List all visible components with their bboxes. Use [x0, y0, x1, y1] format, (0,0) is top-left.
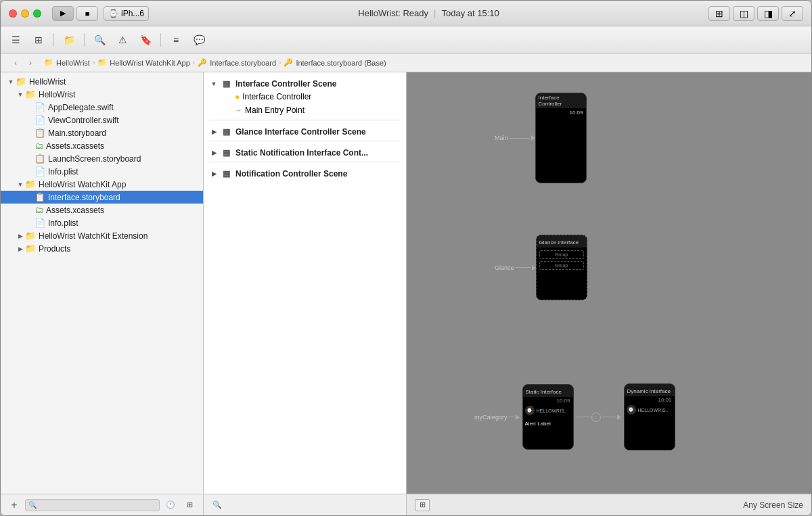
maximize-button[interactable]	[33, 9, 41, 18]
outline-divider-2	[209, 141, 401, 141]
controller-icon: ●	[235, 92, 240, 101]
outline-item-label: Main Entry Point	[245, 105, 304, 115]
notif-app-icon-text: ⌚	[526, 408, 533, 413]
connector-line	[509, 417, 514, 417]
outline-section-notif-controller-scene[interactable]: ▶ ▦ Notification Controller Scene	[204, 165, 406, 180]
sidebar-item-viewcontroller[interactable]: 📄 ViewController.swift	[1, 114, 203, 126]
outline-item-main-entry-point[interactable]: → Main Entry Point	[204, 103, 406, 117]
sidebar-item-hellowrist-root[interactable]: ▼ 📁 HelloWrist	[1, 75, 203, 88]
run-button[interactable]: ▶	[52, 6, 74, 21]
bookmark-icon[interactable]: 🔖	[136, 32, 155, 48]
sidebar-item-assets[interactable]: 🗂 Assets.xcassets	[1, 139, 203, 152]
breadcrumb-item-2[interactable]: 🔑 Interface.storyboard	[198, 58, 276, 67]
outline-footer: 🔍	[204, 494, 406, 515]
close-button[interactable]	[9, 9, 17, 18]
sidebar-item-info-plist[interactable]: 📄 Info.plist	[1, 165, 203, 178]
disclosure-icon	[25, 193, 35, 202]
outline-item-label: Interface Controller	[242, 92, 311, 101]
outline-item-interface-controller[interactable]: ● Interface Controller	[204, 90, 406, 103]
sidebar-item-products[interactable]: ▶ 📁 Products	[1, 242, 203, 255]
storyboard-icon: 📋	[35, 192, 45, 202]
arrow-head	[516, 415, 520, 420]
breadcrumb-item-1[interactable]: 📁 HelloWrist WatchKit App	[97, 58, 190, 67]
folder-icon[interactable]: 📁	[60, 32, 78, 48]
watch-card-glance[interactable]: Glance Interface Group Group	[536, 235, 587, 300]
run-controls: ▶ ■	[52, 6, 98, 21]
canvas-zoom-button[interactable]: ⊞	[415, 499, 430, 511]
connector-label-glance: Glance	[495, 264, 514, 271]
mycategory-connector: myCategory	[474, 414, 520, 421]
comment-icon[interactable]: 💬	[189, 32, 208, 48]
breadcrumb-item-0[interactable]: 📁 HelloWrist	[44, 58, 90, 67]
disclosure-icon: ▶	[16, 244, 25, 254]
outline-section-static-notif-scene[interactable]: ▶ ▦ Static Notification Interface Cont..…	[204, 144, 406, 159]
breadcrumb-label-1: HelloWrist WatchKit App	[110, 59, 190, 67]
split-left-button[interactable]: ⊞	[708, 6, 730, 21]
titlebar-right-controls: ⊞ ◫ ◨ ⤢	[708, 6, 803, 21]
sidebar-item-label: AppDelegate.swift	[48, 103, 203, 112]
canvas-size-label: Any Screen Size	[743, 500, 803, 510]
warning-icon[interactable]: ⚠	[113, 32, 132, 48]
notif-app-name: HELLOWRIS...	[537, 408, 567, 413]
sidebar-item-appdelegate[interactable]: 📄 AppDelegate.swift	[1, 101, 203, 114]
list-icon[interactable]: ≡	[166, 32, 185, 48]
history-icon[interactable]: 🕐	[162, 497, 179, 513]
grid-view-button[interactable]: ⊞	[29, 32, 48, 48]
scheme-selector[interactable]: ⌚ iPh...6	[104, 6, 149, 21]
canvas[interactable]: Main Interface Controller 10:09	[407, 72, 811, 515]
sidebar-item-hellowrist-group[interactable]: ▼ 📁 HelloWrist	[1, 88, 203, 101]
outline-section-label: Notification Controller Scene	[235, 169, 347, 179]
watch-card-dynamic-notif[interactable]: Dynamic Interface 10:09 ⌚ HELLOWRIS...	[624, 383, 675, 450]
notif-alert-label: Alert Label	[523, 417, 573, 429]
split-center-button[interactable]: ◫	[733, 6, 754, 21]
static-notif-header: Static Interface	[523, 385, 573, 397]
toolbar-divider-3	[160, 33, 161, 47]
sidebar-item-watchkit-ext[interactable]: ▶ 📁 HelloWrist WatchKit Extension	[1, 229, 203, 242]
watch-header: Interface Controller	[536, 93, 586, 108]
scheme-icon: ⌚	[108, 9, 118, 18]
disclosure-icon: ▼	[209, 79, 219, 89]
sidebar-item-info-plist2[interactable]: 📄 Info.plist	[1, 216, 203, 229]
folder-icon: 📁	[25, 179, 36, 189]
static-notif-screen: 10:09 ⌚ HELLOWRIS... Alert Label	[523, 397, 573, 449]
titlebar-time: Today at 15:10	[441, 8, 499, 18]
sidebar-item-main-storyboard[interactable]: 📋 Main.storyboard	[1, 126, 203, 139]
sidebar-item-launchscreen[interactable]: 📋 LaunchScreen.storyboard	[1, 152, 203, 165]
search-icon[interactable]: 🔍	[90, 32, 109, 48]
disclosure-icon: ▶	[209, 127, 219, 137]
dynamic-time-row: 10:09	[625, 396, 675, 404]
outline-section-label: Interface Controller Scene	[235, 79, 336, 89]
navigator-toggle-button[interactable]: ☰	[6, 32, 25, 48]
sidebar-item-label: Info.plist	[48, 167, 203, 177]
disclosure-icon	[25, 167, 35, 177]
breadcrumb-item-3[interactable]: 🔑 Interface.storyboard (Base)	[284, 58, 386, 67]
storyboard-icon: 📋	[35, 154, 45, 164]
stop-button[interactable]: ■	[76, 6, 98, 21]
scope-icon[interactable]: ⊞	[181, 497, 198, 513]
breadcrumb-back-button[interactable]: ‹	[9, 57, 22, 69]
minimize-button[interactable]	[21, 9, 29, 18]
sidebar-item-interface-storyboard[interactable]: 📋 Interface.storyboard	[1, 191, 203, 204]
sidebar-item-label: LaunchScreen.storyboard	[48, 154, 203, 164]
sidebar-item-label: Interface.storyboard	[48, 193, 203, 202]
app-window: ▶ ■ ⌚ iPh...6 HelloWrist: Ready | Today …	[0, 0, 812, 516]
connector-circle-icon: ○	[594, 414, 597, 420]
add-file-button[interactable]: +	[6, 497, 22, 513]
split-right-button[interactable]: ◨	[757, 6, 779, 21]
sidebar-item-watchkit-app[interactable]: ▼ 📁 HelloWrist WatchKit App	[1, 178, 203, 191]
scene-icon: ▦	[223, 127, 230, 137]
watch-card-static-notif[interactable]: Static Interface 10:09 ⌚ HELLOWRIS...	[522, 384, 574, 450]
glance-group-2: Group	[539, 261, 584, 270]
scene-2-connector-group: Glance Glance Interface Group	[495, 235, 587, 300]
outline-filter-button[interactable]: 🔍	[209, 497, 225, 513]
outline-section-label: Glance Interface Controller Scene	[235, 127, 366, 137]
fullscreen-button[interactable]: ⤢	[782, 6, 803, 21]
watch-card-interface[interactable]: Interface Controller 10:09	[535, 93, 587, 183]
breadcrumb-icon-3: 🔑	[284, 58, 293, 67]
sidebar-item-assets2[interactable]: 🗂 Assets.xcassets	[1, 204, 203, 216]
outline-section-interface-controller-scene[interactable]: ▼ ▦ Interface Controller Scene	[204, 75, 406, 90]
sidebar-item-label: ViewController.swift	[48, 116, 203, 125]
breadcrumb-forward-button[interactable]: ›	[24, 57, 37, 69]
filter-input[interactable]: 🔍	[25, 499, 160, 511]
outline-section-glance-scene[interactable]: ▶ ▦ Glance Interface Controller Scene	[204, 123, 406, 138]
